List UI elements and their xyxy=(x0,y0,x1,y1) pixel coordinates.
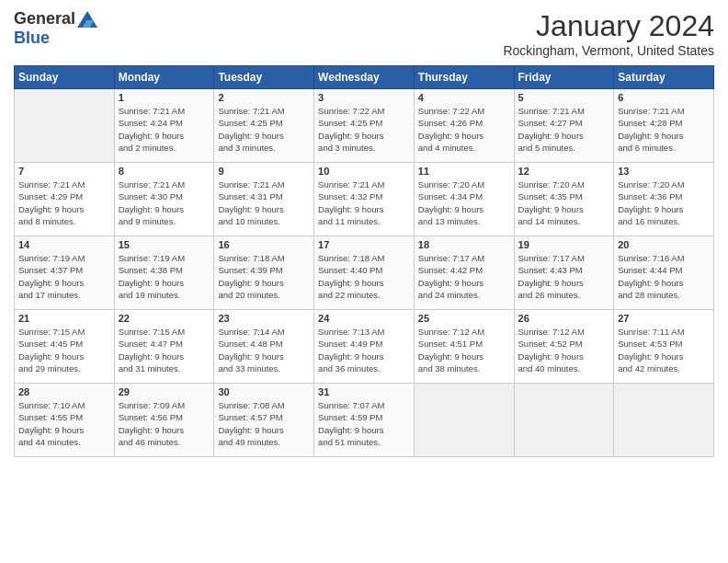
day-info: Sunrise: 7:12 AMSunset: 4:51 PMDaylight:… xyxy=(418,327,484,373)
table-row: 14Sunrise: 7:19 AMSunset: 4:37 PMDayligh… xyxy=(15,236,115,310)
day-info: Sunrise: 7:22 AMSunset: 4:25 PMDaylight:… xyxy=(318,106,384,153)
day-info: Sunrise: 7:21 AMSunset: 4:27 PMDaylight:… xyxy=(518,106,585,153)
day-number: 3 xyxy=(318,92,410,103)
table-row: 12Sunrise: 7:20 AMSunset: 4:35 PMDayligh… xyxy=(514,163,614,236)
table-row xyxy=(614,384,714,457)
logo: General Blue xyxy=(14,9,97,48)
col-tuesday: Tuesday xyxy=(214,66,314,89)
day-info: Sunrise: 7:16 AMSunset: 4:44 PMDaylight:… xyxy=(618,253,684,300)
logo-icon xyxy=(77,11,97,28)
day-info: Sunrise: 7:21 AMSunset: 4:30 PMDaylight:… xyxy=(119,179,185,226)
table-row xyxy=(15,89,115,163)
day-number: 8 xyxy=(119,166,210,177)
day-number: 16 xyxy=(218,239,310,250)
location: Rockingham, Vermont, United States xyxy=(503,43,714,58)
day-number: 4 xyxy=(418,92,510,103)
table-row: 8Sunrise: 7:21 AMSunset: 4:30 PMDaylight… xyxy=(114,163,214,236)
calendar-week-row: 7Sunrise: 7:21 AMSunset: 4:29 PMDaylight… xyxy=(15,163,714,236)
day-number: 28 xyxy=(18,386,110,397)
day-info: Sunrise: 7:20 AMSunset: 4:36 PMDaylight:… xyxy=(618,179,684,226)
day-info: Sunrise: 7:21 AMSunset: 4:29 PMDaylight:… xyxy=(18,179,85,226)
month-title: January 2024 xyxy=(503,9,714,43)
day-info: Sunrise: 7:19 AMSunset: 4:38 PMDaylight:… xyxy=(119,253,185,300)
table-row: 21Sunrise: 7:15 AMSunset: 4:45 PMDayligh… xyxy=(15,310,115,384)
day-info: Sunrise: 7:17 AMSunset: 4:42 PMDaylight:… xyxy=(418,253,484,300)
table-row: 30Sunrise: 7:08 AMSunset: 4:57 PMDayligh… xyxy=(214,384,314,457)
day-number: 1 xyxy=(119,92,210,103)
table-row: 28Sunrise: 7:10 AMSunset: 4:55 PMDayligh… xyxy=(15,384,115,457)
table-row: 22Sunrise: 7:15 AMSunset: 4:47 PMDayligh… xyxy=(114,310,214,384)
day-number: 22 xyxy=(119,313,210,324)
day-number: 2 xyxy=(218,92,310,103)
calendar-week-row: 21Sunrise: 7:15 AMSunset: 4:45 PMDayligh… xyxy=(15,310,714,384)
table-row: 10Sunrise: 7:21 AMSunset: 4:32 PMDayligh… xyxy=(314,163,415,236)
header: General Blue January 2024 Rockingham, Ve… xyxy=(14,9,714,58)
col-saturday: Saturday xyxy=(614,66,714,89)
table-row: 20Sunrise: 7:16 AMSunset: 4:44 PMDayligh… xyxy=(614,236,714,310)
day-info: Sunrise: 7:15 AMSunset: 4:45 PMDaylight:… xyxy=(18,327,85,373)
day-number: 9 xyxy=(218,166,310,177)
day-info: Sunrise: 7:08 AMSunset: 4:57 PMDaylight:… xyxy=(218,400,284,447)
day-info: Sunrise: 7:20 AMSunset: 4:35 PMDaylight:… xyxy=(518,179,585,226)
table-row: 31Sunrise: 7:07 AMSunset: 4:59 PMDayligh… xyxy=(314,384,415,457)
day-info: Sunrise: 7:18 AMSunset: 4:40 PMDaylight:… xyxy=(318,253,384,300)
table-row: 11Sunrise: 7:20 AMSunset: 4:34 PMDayligh… xyxy=(414,163,514,236)
table-row: 15Sunrise: 7:19 AMSunset: 4:38 PMDayligh… xyxy=(114,236,214,310)
day-number: 23 xyxy=(218,313,310,324)
day-info: Sunrise: 7:15 AMSunset: 4:47 PMDaylight:… xyxy=(119,327,185,373)
table-row: 9Sunrise: 7:21 AMSunset: 4:31 PMDaylight… xyxy=(214,163,314,236)
title-section: January 2024 Rockingham, Vermont, United… xyxy=(503,9,714,58)
day-number: 27 xyxy=(618,313,710,324)
table-row xyxy=(514,384,614,457)
day-info: Sunrise: 7:14 AMSunset: 4:48 PMDaylight:… xyxy=(218,327,284,373)
day-info: Sunrise: 7:09 AMSunset: 4:56 PMDaylight:… xyxy=(119,400,185,447)
day-number: 30 xyxy=(218,386,310,397)
col-monday: Monday xyxy=(114,66,214,89)
table-row: 6Sunrise: 7:21 AMSunset: 4:28 PMDaylight… xyxy=(614,89,714,163)
table-row: 4Sunrise: 7:22 AMSunset: 4:26 PMDaylight… xyxy=(414,89,514,163)
day-info: Sunrise: 7:10 AMSunset: 4:55 PMDaylight:… xyxy=(18,400,85,447)
day-number: 6 xyxy=(618,92,710,103)
col-thursday: Thursday xyxy=(414,66,514,89)
table-row: 13Sunrise: 7:20 AMSunset: 4:36 PMDayligh… xyxy=(614,163,714,236)
table-row: 26Sunrise: 7:12 AMSunset: 4:52 PMDayligh… xyxy=(514,310,614,384)
day-number: 5 xyxy=(518,92,610,103)
table-row: 24Sunrise: 7:13 AMSunset: 4:49 PMDayligh… xyxy=(314,310,415,384)
table-row: 19Sunrise: 7:17 AMSunset: 4:43 PMDayligh… xyxy=(514,236,614,310)
day-number: 25 xyxy=(418,313,510,324)
day-info: Sunrise: 7:11 AMSunset: 4:53 PMDaylight:… xyxy=(618,327,684,373)
table-row: 23Sunrise: 7:14 AMSunset: 4:48 PMDayligh… xyxy=(214,310,314,384)
calendar-header-row: Sunday Monday Tuesday Wednesday Thursday… xyxy=(15,66,714,89)
day-info: Sunrise: 7:20 AMSunset: 4:34 PMDaylight:… xyxy=(418,179,484,226)
day-number: 17 xyxy=(318,239,410,250)
col-friday: Friday xyxy=(514,66,614,89)
col-sunday: Sunday xyxy=(15,66,115,89)
day-info: Sunrise: 7:21 AMSunset: 4:31 PMDaylight:… xyxy=(218,179,284,226)
day-number: 7 xyxy=(18,166,110,177)
table-row: 18Sunrise: 7:17 AMSunset: 4:42 PMDayligh… xyxy=(414,236,514,310)
calendar-table: Sunday Monday Tuesday Wednesday Thursday… xyxy=(14,65,714,457)
day-number: 20 xyxy=(618,239,710,250)
day-info: Sunrise: 7:18 AMSunset: 4:39 PMDaylight:… xyxy=(218,253,284,300)
page-container: General Blue January 2024 Rockingham, Ve… xyxy=(0,0,728,462)
col-wednesday: Wednesday xyxy=(314,66,415,89)
day-info: Sunrise: 7:07 AMSunset: 4:59 PMDaylight:… xyxy=(318,400,384,447)
table-row: 2Sunrise: 7:21 AMSunset: 4:25 PMDaylight… xyxy=(214,89,314,163)
day-number: 15 xyxy=(119,239,210,250)
table-row: 17Sunrise: 7:18 AMSunset: 4:40 PMDayligh… xyxy=(314,236,415,310)
day-number: 13 xyxy=(618,166,710,177)
logo-general-text: General xyxy=(14,9,75,29)
day-info: Sunrise: 7:17 AMSunset: 4:43 PMDaylight:… xyxy=(518,253,585,300)
day-info: Sunrise: 7:21 AMSunset: 4:28 PMDaylight:… xyxy=(618,106,684,153)
day-info: Sunrise: 7:21 AMSunset: 4:24 PMDaylight:… xyxy=(119,106,185,153)
day-number: 19 xyxy=(518,239,610,250)
table-row: 29Sunrise: 7:09 AMSunset: 4:56 PMDayligh… xyxy=(114,384,214,457)
day-number: 31 xyxy=(318,386,410,397)
day-info: Sunrise: 7:21 AMSunset: 4:25 PMDaylight:… xyxy=(218,106,284,153)
day-info: Sunrise: 7:12 AMSunset: 4:52 PMDaylight:… xyxy=(518,327,585,373)
day-info: Sunrise: 7:19 AMSunset: 4:37 PMDaylight:… xyxy=(18,253,85,300)
calendar-week-row: 14Sunrise: 7:19 AMSunset: 4:37 PMDayligh… xyxy=(15,236,714,310)
table-row: 5Sunrise: 7:21 AMSunset: 4:27 PMDaylight… xyxy=(514,89,614,163)
day-number: 18 xyxy=(418,239,510,250)
table-row: 7Sunrise: 7:21 AMSunset: 4:29 PMDaylight… xyxy=(15,163,115,236)
